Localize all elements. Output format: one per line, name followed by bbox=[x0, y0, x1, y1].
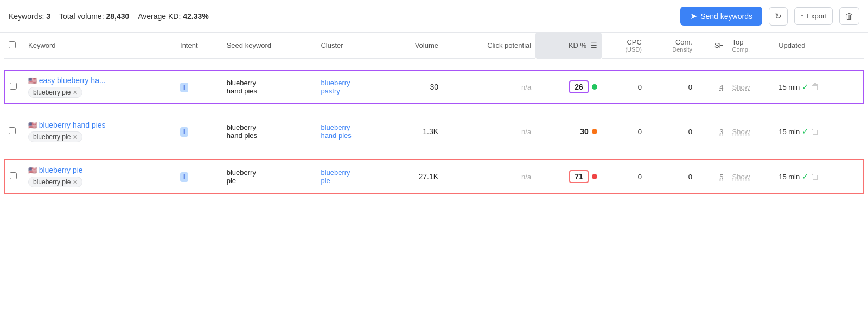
row3-tag: blueberry pie ✕ bbox=[28, 177, 82, 187]
row2-tag: blueberry pie ✕ bbox=[28, 131, 82, 142]
row2-keyword-cell: 🇺🇸 blueberry hand pies blueberry pie ✕ bbox=[24, 115, 176, 148]
header-com-density: Com. Density bbox=[646, 33, 697, 59]
row1-tag: blueberry pie ✕ bbox=[28, 87, 82, 98]
row1-check-icon: ✓ bbox=[802, 82, 809, 91]
table-header-row: Keyword Intent Seed keyword Cluster Volu… bbox=[4, 33, 864, 59]
row3-tag-remove[interactable]: ✕ bbox=[73, 179, 78, 186]
row1-cluster-cell: blueberrypastry bbox=[316, 70, 386, 104]
keywords-count: 3 bbox=[46, 12, 50, 21]
row3-top-comp-cell: Show bbox=[728, 159, 775, 194]
export-button[interactable]: ↑ Export bbox=[794, 7, 833, 25]
row2-seed-cell: blueberryhand pies bbox=[222, 115, 317, 148]
table-row: 🇺🇸 blueberry hand pies blueberry pie ✕ I… bbox=[4, 115, 864, 148]
row1-com-density-cell: 0 bbox=[646, 70, 697, 104]
export-icon: ↑ bbox=[800, 11, 805, 21]
toolbar-stats: Keywords: 3 Total volume: 28,430 Average… bbox=[9, 12, 674, 21]
row2-check-icon: ✓ bbox=[802, 127, 809, 136]
row1-top-comp-cell: Show bbox=[728, 70, 775, 104]
row1-seed-cell: blueberryhand pies bbox=[222, 70, 317, 104]
header-intent: Intent bbox=[176, 33, 222, 59]
row2-intent-cell: I bbox=[176, 115, 222, 148]
refresh-button[interactable]: ↻ bbox=[769, 7, 788, 26]
spacer-row-4 bbox=[4, 194, 864, 205]
row3-show-link[interactable]: Show bbox=[732, 173, 750, 181]
export-label: Export bbox=[806, 12, 827, 20]
row2-volume-cell: 1.3K bbox=[386, 115, 443, 148]
row2-kd-cell: 30 bbox=[535, 115, 602, 148]
row2-sf-cell: 3 bbox=[697, 115, 728, 148]
row1-kd-cell: 26 bbox=[535, 70, 602, 104]
row2-com-density-cell: 0 bbox=[646, 115, 697, 148]
header-cpc: CPC (USD) bbox=[602, 33, 646, 59]
row1-keyword-link[interactable]: easy blueberry ha... bbox=[39, 76, 106, 85]
row3-delete-icon[interactable]: 🗑 bbox=[811, 172, 820, 181]
table-row: 🇺🇸 blueberry pie blueberry pie ✕ I blueb… bbox=[4, 159, 864, 194]
row1-updated-cell: 15 min ✓ 🗑 bbox=[774, 70, 864, 104]
row3-kd-value: 71 bbox=[569, 170, 589, 183]
row3-cpc-cell: 0 bbox=[602, 159, 646, 194]
header-checkbox-col bbox=[4, 33, 24, 59]
row1-keyword-cell: 🇺🇸 easy blueberry ha... blueberry pie ✕ bbox=[24, 70, 176, 104]
row1-tag-remove[interactable]: ✕ bbox=[73, 89, 78, 96]
row1-intent-badge: I bbox=[180, 83, 188, 92]
row3-keyword-cell: 🇺🇸 blueberry pie blueberry pie ✕ bbox=[24, 159, 176, 194]
header-updated: Updated bbox=[774, 33, 864, 59]
header-seed-keyword: Seed keyword bbox=[222, 33, 317, 59]
row2-cluster-link[interactable]: blueberryhand pies bbox=[321, 123, 351, 140]
toolbar: Keywords: 3 Total volume: 28,430 Average… bbox=[0, 0, 868, 33]
row2-kd-value: 30 bbox=[580, 127, 589, 136]
spacer-row-2 bbox=[4, 104, 864, 115]
row1-kd-dot bbox=[592, 84, 597, 90]
select-all-checkbox[interactable] bbox=[9, 41, 16, 48]
refresh-icon: ↻ bbox=[775, 11, 782, 21]
header-cluster: Cluster bbox=[316, 33, 386, 59]
row2-checkbox[interactable] bbox=[9, 127, 16, 134]
spacer-row-3 bbox=[4, 148, 864, 159]
trash-icon: 🗑 bbox=[845, 11, 853, 21]
row1-sf-cell: 4 bbox=[697, 70, 728, 104]
row3-updated-cell: 15 min ✓ 🗑 bbox=[774, 159, 864, 194]
row3-click-potential-cell: n/a bbox=[443, 159, 535, 194]
send-keywords-button[interactable]: ➤ Send keywords bbox=[680, 7, 762, 26]
row3-cluster-link[interactable]: blueberrypie bbox=[321, 168, 350, 185]
row3-checkbox-cell bbox=[4, 159, 24, 194]
row2-click-potential-cell: n/a bbox=[443, 115, 535, 148]
row2-delete-icon[interactable]: 🗑 bbox=[811, 127, 820, 136]
header-sf: SF bbox=[697, 33, 728, 59]
avg-kd-label: Average KD: 42.33% bbox=[138, 12, 209, 21]
row2-cluster-cell: blueberryhand pies bbox=[316, 115, 386, 148]
row2-flag: 🇺🇸 bbox=[28, 121, 37, 129]
row3-check-icon: ✓ bbox=[802, 172, 809, 181]
row3-checkbox[interactable] bbox=[10, 172, 17, 179]
row1-checkbox-cell bbox=[4, 70, 24, 104]
row3-flag: 🇺🇸 bbox=[28, 166, 37, 174]
row2-keyword-link[interactable]: blueberry hand pies bbox=[39, 121, 106, 129]
row3-seed-cell: blueberrypie bbox=[222, 159, 317, 194]
header-volume: Volume bbox=[386, 33, 443, 59]
total-volume-label: Total volume: 28,430 bbox=[59, 12, 129, 21]
delete-button[interactable]: 🗑 bbox=[839, 7, 859, 25]
total-volume-value: 28,430 bbox=[106, 12, 129, 21]
row1-intent-cell: I bbox=[176, 70, 222, 104]
row1-cluster-link[interactable]: blueberrypastry bbox=[321, 79, 350, 95]
table-row: 🇺🇸 easy blueberry ha... blueberry pie ✕ … bbox=[4, 70, 864, 104]
row1-delete-icon[interactable]: 🗑 bbox=[811, 82, 820, 91]
row3-intent-badge: I bbox=[180, 172, 188, 182]
filter-icon[interactable]: ☰ bbox=[591, 41, 597, 49]
row3-com-density-cell: 0 bbox=[646, 159, 697, 194]
row2-kd-dot bbox=[592, 129, 597, 134]
row2-show-link[interactable]: Show bbox=[732, 128, 750, 136]
row3-cluster-cell: blueberrypie bbox=[316, 159, 386, 194]
row2-tag-remove[interactable]: ✕ bbox=[73, 134, 78, 141]
spacer-row bbox=[4, 59, 864, 70]
row3-kd-cell: 71 bbox=[535, 159, 602, 194]
row3-volume-cell: 27.1K bbox=[386, 159, 443, 194]
row3-keyword-link[interactable]: blueberry pie bbox=[39, 166, 83, 174]
row3-kd-dot bbox=[592, 174, 597, 179]
row1-checkbox[interactable] bbox=[10, 83, 17, 90]
row1-click-potential-cell: n/a bbox=[443, 70, 535, 104]
keywords-label: Keywords: 3 bbox=[9, 12, 50, 21]
row1-flag: 🇺🇸 bbox=[28, 77, 37, 85]
row1-show-link[interactable]: Show bbox=[732, 83, 750, 91]
avg-kd-value: 42.33% bbox=[183, 12, 208, 21]
